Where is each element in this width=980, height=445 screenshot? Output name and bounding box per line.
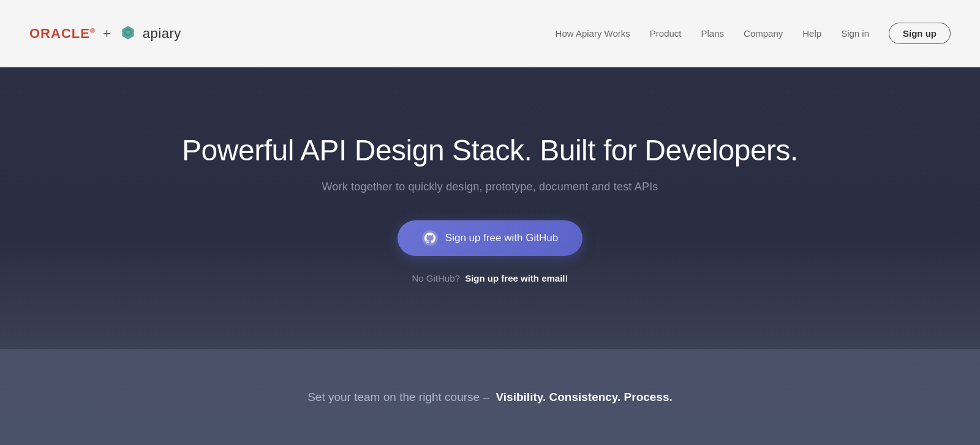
apiary-label: apiary <box>143 26 181 42</box>
header: ORACLE® + apiary How Apiary Works Produc… <box>0 0 980 67</box>
nav-help[interactable]: Help <box>802 28 821 39</box>
svg-point-2 <box>126 30 130 34</box>
nav-company[interactable]: Company <box>744 28 783 39</box>
bottom-section: Set your team on the right course – Visi… <box>0 349 980 445</box>
plus-separator: + <box>103 26 111 42</box>
bottom-text-bold: Visibility. Consistency. Process. <box>496 391 673 403</box>
nav-sign-in[interactable]: Sign in <box>841 28 869 39</box>
logo-area: ORACLE® + apiary <box>29 24 181 43</box>
oracle-logo: ORACLE® <box>29 26 96 42</box>
no-github-text: No GitHub? Sign up free with email! <box>412 273 568 283</box>
hero-title: Powerful API Design Stack. Built for Dev… <box>182 133 798 168</box>
bottom-text-prefix: Set your team on the right course – <box>307 391 489 403</box>
nav-how-apiary-works[interactable]: How Apiary Works <box>556 28 630 39</box>
signup-button[interactable]: Sign up <box>889 23 951 44</box>
no-github-prefix: No GitHub? <box>412 273 459 283</box>
hero-section: Powerful API Design Stack. Built for Dev… <box>0 67 980 349</box>
nav-plans[interactable]: Plans <box>701 28 725 39</box>
bottom-text: Set your team on the right course – Visi… <box>307 391 673 404</box>
hero-subtitle: Work together to quickly design, prototy… <box>322 181 658 193</box>
github-btn-label: Sign up free with GitHub <box>445 232 558 244</box>
nav-area: How Apiary Works Product Plans Company H… <box>556 23 951 44</box>
github-signup-button[interactable]: Sign up free with GitHub <box>398 220 582 256</box>
apiary-icon <box>118 24 138 43</box>
github-icon <box>422 230 438 246</box>
email-signup-link[interactable]: Sign up free with email! <box>465 273 568 283</box>
nav-product[interactable]: Product <box>650 28 682 39</box>
